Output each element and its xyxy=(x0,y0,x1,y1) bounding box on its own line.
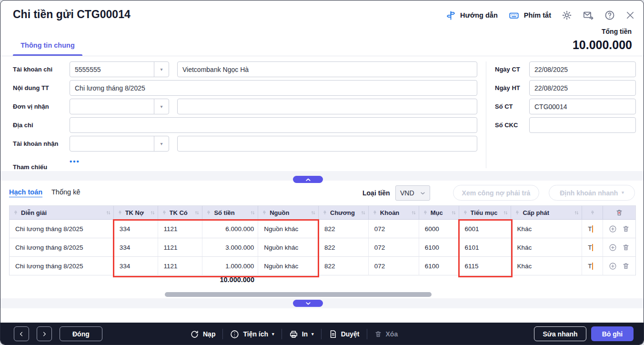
footer-divider xyxy=(367,329,367,339)
utilities-icon xyxy=(230,330,239,339)
sort-icon xyxy=(574,210,579,215)
refresh-icon xyxy=(190,330,199,339)
pin-icon xyxy=(118,210,122,215)
receiving-account-combobox[interactable]: ▾ xyxy=(70,136,169,152)
chevron-right-icon xyxy=(41,331,48,337)
quick-entry-button[interactable]: Định khoản nhanh ▾ xyxy=(549,185,635,201)
guide-link[interactable]: Hướng dẫn xyxy=(446,10,498,20)
cell-tk-co: 1121 xyxy=(158,257,203,275)
sort-icon xyxy=(106,210,111,215)
print-button[interactable]: In ▾ xyxy=(289,330,314,339)
posting-date-field[interactable]: 22/08/2025 xyxy=(529,80,636,96)
help-icon[interactable] xyxy=(604,10,615,20)
pin-icon xyxy=(206,210,211,215)
column-header-khoan[interactable]: Khoản xyxy=(369,206,419,219)
column-header-tk-no[interactable]: TK Nợ xyxy=(114,206,158,219)
mail-send-icon[interactable] xyxy=(583,10,594,20)
column-header-so-tien[interactable]: Số tiền xyxy=(202,206,258,219)
prev-voucher-button[interactable] xyxy=(14,326,29,341)
dropdown-arrow-icon[interactable]: ▾ xyxy=(154,99,169,114)
reload-button[interactable]: Nạp xyxy=(190,330,215,339)
cell-cap-phat: Khác xyxy=(511,220,582,238)
add-row-icon[interactable] xyxy=(609,262,617,270)
paying-account-name-field[interactable]: Vietcombank Ngọc Hà xyxy=(177,61,477,77)
cell-muc: 6100 xyxy=(419,257,459,275)
tab-thong-ke[interactable]: Thống kê xyxy=(51,188,80,196)
column-header-cap-phat[interactable]: Cấp phát xyxy=(511,206,582,219)
paying-account-combobox[interactable]: 5555555 ▾ xyxy=(70,61,169,77)
horizontal-scrollbar[interactable] xyxy=(165,292,432,297)
column-header-muc[interactable]: Mục xyxy=(419,206,459,219)
column-header-delete-all[interactable] xyxy=(603,206,635,219)
pin-icon xyxy=(13,210,18,215)
sort-icon xyxy=(411,210,416,215)
column-header-tieu-muc[interactable]: Tiểu mục xyxy=(459,206,512,219)
document-date-field[interactable]: 22/08/2025 xyxy=(529,61,636,77)
tab-hach-toan[interactable]: Hạch toán xyxy=(9,188,42,196)
chevron-left-icon xyxy=(18,331,25,337)
collapse-form-button[interactable] xyxy=(293,176,323,183)
pin-icon xyxy=(262,210,267,215)
shortcuts-link[interactable]: Phím tắt xyxy=(508,10,551,20)
close-voucher-button[interactable]: Đóng xyxy=(60,326,102,341)
column-header-dien-giai[interactable]: Diễn giải xyxy=(10,206,114,219)
cell-truncated: T xyxy=(582,238,603,256)
payment-description-field[interactable]: Chi lương tháng 8/2025 xyxy=(70,80,477,96)
settings-gear-icon[interactable] xyxy=(562,10,572,20)
delete-voucher-button[interactable]: Xóa xyxy=(374,330,398,338)
voucher-window: Chi tiền gửi CTG00014 Hướng dẫn Phím tắt xyxy=(0,0,644,345)
cell-khoan: 072 xyxy=(369,257,419,275)
column-header-nguon[interactable]: Nguồn xyxy=(258,206,319,219)
pin-icon xyxy=(372,210,377,215)
receiver-unit-combobox[interactable]: ▾ xyxy=(70,99,169,114)
cell-truncated: T xyxy=(582,257,603,275)
grid-row-1[interactable]: Chi lương tháng 8/2025 334 1121 6.000.00… xyxy=(10,220,635,238)
address-field[interactable] xyxy=(70,117,477,133)
column-header-pinned[interactable] xyxy=(582,206,603,219)
field-label: Số CT xyxy=(495,99,513,114)
grid-row-3[interactable]: Chi lương tháng 8/2025 334 1121 1.000.00… xyxy=(10,257,635,275)
column-header-tk-co[interactable]: TK Có xyxy=(158,206,203,219)
keyboard-icon xyxy=(508,10,520,20)
next-voucher-button[interactable] xyxy=(37,326,52,341)
document-number-field[interactable]: CTG00014 xyxy=(529,99,636,114)
close-icon[interactable] xyxy=(625,10,635,20)
delete-row-icon[interactable] xyxy=(622,244,630,251)
approve-button[interactable]: Duyệt xyxy=(329,330,360,338)
pin-icon xyxy=(423,210,428,215)
dropdown-arrow-icon[interactable]: ▾ xyxy=(154,62,169,77)
text-cursor xyxy=(592,244,593,251)
receiver-unit-name-field[interactable] xyxy=(177,99,477,114)
view-payable-button[interactable]: Xem công nợ phải trả xyxy=(453,185,539,201)
cell-actions xyxy=(603,220,635,238)
cell-chuong: 822 xyxy=(319,238,369,256)
cell-so-tien: 6.000.000 xyxy=(202,220,258,238)
grid-header-row: Diễn giải TK Nợ TK Có Số tiền Nguồn xyxy=(10,206,635,220)
cell-muc: 6000 xyxy=(419,220,459,238)
quick-edit-button[interactable]: Sửa nhanh xyxy=(534,326,586,341)
reference-more-button[interactable]: ••• xyxy=(70,157,80,165)
printer-icon xyxy=(289,330,298,339)
tab-thong-tin-chung[interactable]: Thông tin chung xyxy=(13,41,82,49)
receiving-account-name-field[interactable] xyxy=(177,136,477,152)
unpost-button[interactable]: Bỏ ghi xyxy=(591,326,634,341)
signpost-icon xyxy=(446,10,456,20)
footer-divider xyxy=(321,329,322,339)
delete-row-icon[interactable] xyxy=(622,225,630,233)
cell-cap-phat: Khác xyxy=(511,238,582,256)
ckc-number-field[interactable] xyxy=(529,117,636,133)
currency-select[interactable]: VND xyxy=(395,185,430,201)
delete-row-icon[interactable] xyxy=(622,262,630,270)
expand-detail-button[interactable] xyxy=(293,300,323,307)
add-row-icon[interactable] xyxy=(609,244,617,252)
cell-actions xyxy=(603,238,635,256)
column-header-chuong[interactable]: Chương xyxy=(319,206,369,219)
dropdown-arrow-icon: ▾ xyxy=(272,332,274,336)
grid-row-2[interactable]: Chi lương tháng 8/2025 334 1121 3.000.00… xyxy=(10,238,635,257)
trash-icon xyxy=(374,330,382,338)
pin-icon xyxy=(590,210,595,215)
dropdown-arrow-icon[interactable]: ▾ xyxy=(154,136,169,151)
field-label: Số CKC xyxy=(495,117,518,133)
utilities-button[interactable]: Tiện ích ▾ xyxy=(230,330,274,339)
add-row-icon[interactable] xyxy=(609,225,617,233)
